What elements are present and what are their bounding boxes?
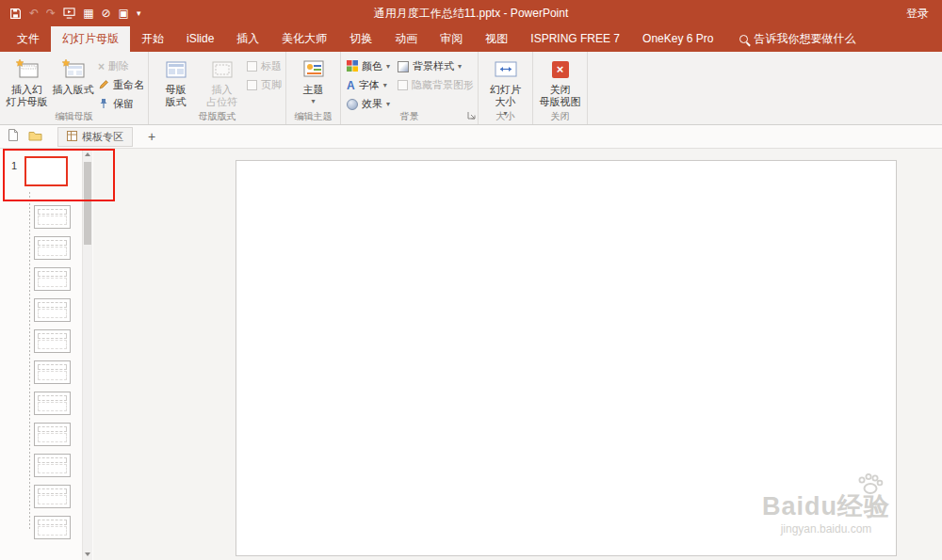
layout-thumbnail[interactable]: [34, 454, 71, 477]
fonts-icon: A: [347, 80, 355, 91]
close-master-view-icon: ×: [552, 56, 569, 82]
close-master-view-button[interactable]: × 关闭 母版视图: [537, 55, 583, 108]
delete-icon: ×: [98, 61, 105, 72]
preserve-button[interactable]: 保留: [98, 97, 144, 111]
slide-thumbnail-panel: 1: [0, 149, 93, 560]
tab-review[interactable]: 审阅: [429, 26, 474, 52]
master-slide-thumbnail[interactable]: [24, 156, 68, 186]
master-layout-icon: [165, 56, 187, 82]
tab-view[interactable]: 视图: [474, 26, 519, 52]
background-right-column: 背景样式 ▾ 隐藏背景图形: [398, 55, 474, 92]
start-from-beginning-icon[interactable]: [63, 8, 75, 19]
layout-thumbnail[interactable]: [34, 205, 71, 229]
checkbox-icon: [398, 80, 408, 90]
layout-thumbnail[interactable]: [34, 360, 71, 384]
insert-placeholder-icon: [211, 56, 234, 82]
tab-onekey[interactable]: OneKey 6 Pro: [631, 26, 724, 52]
edit-master-small-buttons: × 删除 重命名 保留: [98, 55, 144, 111]
new-file-icon[interactable]: [8, 128, 19, 146]
baidu-jingyan-watermark: Baidu经验 jingyan.baidu.com: [762, 492, 890, 536]
themes-icon: [301, 56, 326, 82]
save-icon[interactable]: [9, 8, 22, 20]
group-label-background: 背景: [341, 110, 478, 123]
insert-slide-master-button[interactable]: 插入幻 灯片母版: [4, 55, 50, 108]
pushpin-icon: [98, 98, 109, 111]
search-icon: [739, 35, 748, 43]
tab-home[interactable]: 开始: [130, 26, 175, 52]
rename-icon: [98, 79, 109, 92]
editing-canvas: Baidu经验 jingyan.baidu.com: [93, 149, 942, 560]
layout-thumbnail[interactable]: [34, 516, 71, 539]
ribbon-tab-bar: 文件 幻灯片母版 开始 iSlide 插入 美化大师 切换 动画 审阅 视图 I…: [0, 26, 942, 52]
tab-islide[interactable]: iSlide: [175, 26, 225, 52]
redo-icon[interactable]: ↷: [46, 8, 56, 19]
group-edit-theme: 主题 ▾ 编辑主题: [286, 52, 341, 124]
layout-thumbnail[interactable]: [34, 236, 71, 260]
open-folder-icon[interactable]: [28, 128, 42, 145]
tab-slide-master[interactable]: 幻灯片母版: [51, 26, 130, 52]
fonts-button[interactable]: A 字体 ▾: [347, 78, 390, 92]
qat-customize-dropdown-icon[interactable]: ▾: [137, 9, 141, 18]
powerpoint-window: ↶ ↷ ▦ ⊘ ▣ ▾ 通用月度工作总结11.pptx - PowerPoint…: [0, 0, 942, 560]
layout-thumbnail[interactable]: [34, 392, 71, 415]
template-grid-icon: [67, 131, 77, 143]
layout-hierarchy-line: [29, 192, 30, 531]
background-left-column: 颜色 ▾ A 字体 ▾ 效果 ▾: [347, 55, 390, 111]
scrollbar-thumb[interactable]: [84, 162, 91, 245]
group-background: 颜色 ▾ A 字体 ▾ 效果 ▾ 背景样式 ▾: [341, 52, 479, 124]
background-styles-button[interactable]: 背景样式 ▾: [398, 59, 474, 73]
thumbnail-scrollbar[interactable]: [82, 149, 92, 560]
checkbox-icon: [247, 61, 257, 72]
tab-ispring[interactable]: ISPRING FREE 7: [519, 26, 631, 52]
footers-checkbox: 页脚: [247, 78, 282, 92]
colors-button[interactable]: 颜色 ▾: [347, 59, 390, 73]
group-label-master-layout: 母版版式: [149, 110, 285, 123]
group-label-edit-master: 编辑母版: [0, 110, 148, 123]
tab-template-zone[interactable]: 模板专区: [57, 127, 133, 147]
hide-background-graphics-checkbox: 隐藏背景图形: [398, 78, 474, 92]
paw-print-icon: [856, 472, 885, 500]
layout-thumbnail[interactable]: [34, 267, 71, 291]
insert-slide-master-icon: [15, 56, 40, 82]
tell-me-search[interactable]: 告诉我你想要做什么: [728, 26, 867, 52]
dropdown-arrow-icon: ▾: [386, 100, 390, 108]
grid-icon[interactable]: ▦: [83, 8, 93, 19]
tab-animations[interactable]: 动画: [383, 26, 429, 52]
dropdown-arrow-icon: ▾: [383, 81, 387, 89]
checkbox-icon: [247, 80, 257, 90]
window-title: 通用月度工作总结11.pptx - PowerPoint: [0, 0, 942, 26]
slide-size-button[interactable]: 幻灯片 大小 ▾: [482, 55, 528, 118]
undo-icon[interactable]: ↶: [29, 8, 39, 19]
effects-icon: [347, 99, 358, 110]
master-layout-button[interactable]: 母版 版式: [153, 55, 199, 108]
layout-thumbnail[interactable]: [34, 298, 71, 322]
layout-thumbnail[interactable]: [34, 423, 71, 446]
rename-button[interactable]: 重命名: [98, 78, 144, 92]
themes-button[interactable]: 主题 ▾: [290, 55, 336, 105]
group-label-size: 大小: [479, 110, 532, 123]
insert-layout-button[interactable]: 插入版式: [50, 55, 96, 96]
tab-meihua-dashi[interactable]: 美化大师: [270, 26, 338, 52]
new-tab-button[interactable]: +: [142, 129, 161, 144]
prohibit-icon[interactable]: ⊘: [101, 8, 110, 19]
scroll-up-icon[interactable]: [85, 152, 90, 156]
scroll-down-icon[interactable]: [85, 552, 90, 556]
watermark-url: jingyan.baidu.com: [762, 522, 890, 536]
insert-placeholder-button: 插入 占位符 ▾: [199, 55, 245, 118]
slide-size-icon: [494, 56, 518, 82]
picture-icon[interactable]: ▣: [119, 8, 129, 19]
effects-button[interactable]: 效果 ▾: [347, 97, 390, 111]
tab-file[interactable]: 文件: [6, 26, 51, 52]
sign-in-button[interactable]: 登录: [906, 0, 929, 26]
tab-transitions[interactable]: 切换: [338, 26, 383, 52]
layout-thumbnail[interactable]: [34, 485, 71, 508]
dropdown-arrow-icon: ▾: [458, 62, 462, 71]
layout-thumbnail[interactable]: [34, 329, 71, 353]
dropdown-arrow-icon: ▾: [386, 62, 390, 71]
dropdown-arrow-icon: ▾: [311, 97, 315, 105]
tab-insert[interactable]: 插入: [225, 26, 270, 52]
group-label-close: 关闭: [533, 110, 587, 123]
quick-access-toolbar: ↶ ↷ ▦ ⊘ ▣ ▾: [9, 0, 140, 26]
group-size: 幻灯片 大小 ▾ 大小: [479, 52, 533, 124]
colors-icon: [347, 60, 358, 73]
